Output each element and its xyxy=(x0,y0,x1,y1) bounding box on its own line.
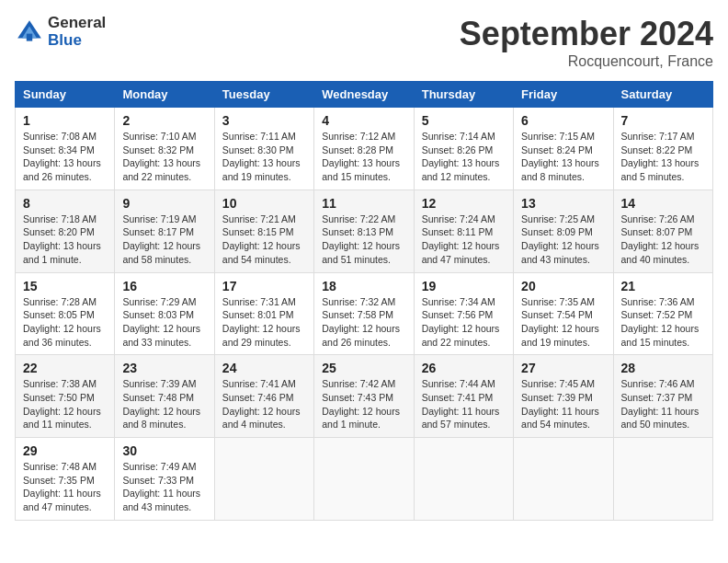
day-number: 18 xyxy=(322,279,405,293)
day-cell: 13Sunrise: 7:25 AM Sunset: 8:09 PM Dayli… xyxy=(514,190,613,272)
day-detail: Sunrise: 7:11 AM Sunset: 8:30 PM Dayligh… xyxy=(222,130,306,184)
day-detail: Sunrise: 7:17 AM Sunset: 8:22 PM Dayligh… xyxy=(621,130,705,184)
day-detail: Sunrise: 7:12 AM Sunset: 8:28 PM Dayligh… xyxy=(322,130,405,184)
day-cell: 21Sunrise: 7:36 AM Sunset: 7:52 PM Dayli… xyxy=(613,272,712,355)
day-detail: Sunrise: 7:44 AM Sunset: 7:41 PM Dayligh… xyxy=(422,377,506,431)
calendar-table: SundayMondayTuesdayWednesdayThursdayFrid… xyxy=(15,81,713,521)
day-detail: Sunrise: 7:31 AM Sunset: 8:01 PM Dayligh… xyxy=(222,295,306,350)
logo: General Blue xyxy=(15,15,106,49)
day-number: 10 xyxy=(222,196,306,211)
weekday-header-thursday: Thursday xyxy=(414,82,513,108)
day-number: 9 xyxy=(122,196,206,211)
day-number: 28 xyxy=(621,361,705,375)
day-cell: 18Sunrise: 7:32 AM Sunset: 7:58 PM Dayli… xyxy=(314,272,414,355)
weekday-header-row: SundayMondayTuesdayWednesdayThursdayFrid… xyxy=(16,82,713,108)
day-number: 6 xyxy=(521,113,605,128)
day-cell: 14Sunrise: 7:26 AM Sunset: 8:07 PM Dayli… xyxy=(613,190,712,272)
day-number: 29 xyxy=(23,443,107,458)
week-row-5: 29Sunrise: 7:48 AM Sunset: 7:35 PM Dayli… xyxy=(16,438,713,521)
day-cell: 12Sunrise: 7:24 AM Sunset: 8:11 PM Dayli… xyxy=(414,190,513,272)
day-detail: Sunrise: 7:24 AM Sunset: 8:11 PM Dayligh… xyxy=(422,213,506,267)
weekday-header-tuesday: Tuesday xyxy=(214,82,313,108)
day-number: 13 xyxy=(521,196,605,211)
day-cell: 25Sunrise: 7:42 AM Sunset: 7:43 PM Dayli… xyxy=(314,355,414,438)
day-detail: Sunrise: 7:08 AM Sunset: 8:34 PM Dayligh… xyxy=(23,130,107,184)
day-detail: Sunrise: 7:36 AM Sunset: 7:52 PM Dayligh… xyxy=(621,295,705,350)
logo-icon xyxy=(15,17,44,47)
day-number: 1 xyxy=(23,113,107,128)
page-header: General Blue September 2024 Rocquencourt… xyxy=(15,15,713,70)
day-number: 24 xyxy=(222,361,306,375)
day-number: 22 xyxy=(23,361,107,375)
day-detail: Sunrise: 7:34 AM Sunset: 7:56 PM Dayligh… xyxy=(422,295,506,350)
day-detail: Sunrise: 7:21 AM Sunset: 8:15 PM Dayligh… xyxy=(222,213,306,267)
day-number: 4 xyxy=(322,113,405,128)
day-number: 7 xyxy=(621,113,705,128)
day-detail: Sunrise: 7:15 AM Sunset: 8:24 PM Dayligh… xyxy=(521,130,605,184)
weekday-header-saturday: Saturday xyxy=(613,82,712,108)
day-cell xyxy=(613,438,712,521)
day-detail: Sunrise: 7:26 AM Sunset: 8:07 PM Dayligh… xyxy=(621,213,705,267)
weekday-header-wednesday: Wednesday xyxy=(314,82,414,108)
day-number: 3 xyxy=(222,113,306,128)
day-cell: 20Sunrise: 7:35 AM Sunset: 7:54 PM Dayli… xyxy=(514,272,613,355)
day-cell: 30Sunrise: 7:49 AM Sunset: 7:33 PM Dayli… xyxy=(115,438,214,521)
day-detail: Sunrise: 7:45 AM Sunset: 7:39 PM Dayligh… xyxy=(521,377,605,431)
day-number: 25 xyxy=(322,361,405,375)
week-row-3: 15Sunrise: 7:28 AM Sunset: 8:05 PM Dayli… xyxy=(16,272,713,355)
day-cell: 26Sunrise: 7:44 AM Sunset: 7:41 PM Dayli… xyxy=(414,355,513,438)
svg-rect-2 xyxy=(27,33,32,40)
day-cell: 8Sunrise: 7:18 AM Sunset: 8:20 PM Daylig… xyxy=(16,190,115,272)
location: Rocquencourt, France xyxy=(460,53,713,70)
day-detail: Sunrise: 7:35 AM Sunset: 7:54 PM Dayligh… xyxy=(521,295,605,350)
day-cell: 17Sunrise: 7:31 AM Sunset: 8:01 PM Dayli… xyxy=(214,272,313,355)
week-row-4: 22Sunrise: 7:38 AM Sunset: 7:50 PM Dayli… xyxy=(16,355,713,438)
day-cell: 6Sunrise: 7:15 AM Sunset: 8:24 PM Daylig… xyxy=(514,108,613,190)
day-cell: 10Sunrise: 7:21 AM Sunset: 8:15 PM Dayli… xyxy=(214,190,313,272)
day-cell: 22Sunrise: 7:38 AM Sunset: 7:50 PM Dayli… xyxy=(16,355,115,438)
month-title: September 2024 xyxy=(460,15,713,53)
day-cell: 19Sunrise: 7:34 AM Sunset: 7:56 PM Dayli… xyxy=(414,272,513,355)
day-cell: 5Sunrise: 7:14 AM Sunset: 8:26 PM Daylig… xyxy=(414,108,513,190)
day-detail: Sunrise: 7:46 AM Sunset: 7:37 PM Dayligh… xyxy=(621,377,705,431)
day-detail: Sunrise: 7:49 AM Sunset: 7:33 PM Dayligh… xyxy=(122,460,206,514)
day-detail: Sunrise: 7:25 AM Sunset: 8:09 PM Dayligh… xyxy=(521,213,605,267)
day-cell: 24Sunrise: 7:41 AM Sunset: 7:46 PM Dayli… xyxy=(214,355,313,438)
day-number: 2 xyxy=(122,113,206,128)
day-cell xyxy=(214,438,313,521)
day-number: 8 xyxy=(23,196,107,211)
day-cell: 15Sunrise: 7:28 AM Sunset: 8:05 PM Dayli… xyxy=(16,272,115,355)
day-cell: 29Sunrise: 7:48 AM Sunset: 7:35 PM Dayli… xyxy=(16,438,115,521)
logo-general: General xyxy=(48,15,106,32)
day-cell: 1Sunrise: 7:08 AM Sunset: 8:34 PM Daylig… xyxy=(16,108,115,190)
day-detail: Sunrise: 7:29 AM Sunset: 8:03 PM Dayligh… xyxy=(122,295,206,350)
day-cell: 23Sunrise: 7:39 AM Sunset: 7:48 PM Dayli… xyxy=(115,355,214,438)
day-number: 17 xyxy=(222,279,306,293)
week-row-1: 1Sunrise: 7:08 AM Sunset: 8:34 PM Daylig… xyxy=(16,108,713,190)
day-cell xyxy=(514,438,613,521)
day-number: 21 xyxy=(621,279,705,293)
day-number: 30 xyxy=(122,443,206,458)
day-number: 14 xyxy=(621,196,705,211)
day-detail: Sunrise: 7:48 AM Sunset: 7:35 PM Dayligh… xyxy=(23,460,107,514)
day-number: 23 xyxy=(122,361,206,375)
day-number: 5 xyxy=(422,113,506,128)
day-detail: Sunrise: 7:42 AM Sunset: 7:43 PM Dayligh… xyxy=(322,377,405,431)
day-number: 27 xyxy=(521,361,605,375)
day-cell xyxy=(314,438,414,521)
day-number: 19 xyxy=(422,279,506,293)
day-detail: Sunrise: 7:19 AM Sunset: 8:17 PM Dayligh… xyxy=(122,213,206,267)
weekday-header-friday: Friday xyxy=(514,82,613,108)
weekday-header-monday: Monday xyxy=(115,82,214,108)
day-cell: 28Sunrise: 7:46 AM Sunset: 7:37 PM Dayli… xyxy=(613,355,712,438)
day-detail: Sunrise: 7:22 AM Sunset: 8:13 PM Dayligh… xyxy=(322,213,405,267)
day-detail: Sunrise: 7:38 AM Sunset: 7:50 PM Dayligh… xyxy=(23,377,107,431)
day-cell: 7Sunrise: 7:17 AM Sunset: 8:22 PM Daylig… xyxy=(613,108,712,190)
day-detail: Sunrise: 7:14 AM Sunset: 8:26 PM Dayligh… xyxy=(422,130,506,184)
day-number: 16 xyxy=(122,279,206,293)
day-detail: Sunrise: 7:18 AM Sunset: 8:20 PM Dayligh… xyxy=(23,213,107,267)
logo-text: General Blue xyxy=(48,15,106,49)
day-detail: Sunrise: 7:28 AM Sunset: 8:05 PM Dayligh… xyxy=(23,295,107,350)
day-cell: 11Sunrise: 7:22 AM Sunset: 8:13 PM Dayli… xyxy=(314,190,414,272)
day-number: 12 xyxy=(422,196,506,211)
